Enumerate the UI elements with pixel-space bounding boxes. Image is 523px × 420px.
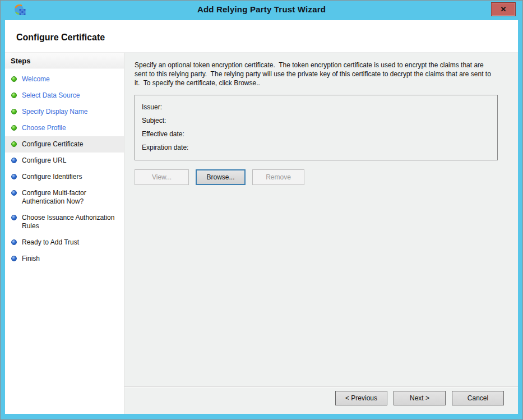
certificate-field: Effective date:	[142, 127, 490, 141]
step-label: Specify Display Name	[22, 108, 87, 116]
pending-step-bullet-icon	[11, 215, 17, 220]
certificate-field-label: Subject:	[142, 117, 166, 124]
step-label: Select Data Source	[22, 91, 80, 100]
steps-header: Steps	[5, 53, 124, 68]
wizard-window: Add Relying Party Trust Wizard ✕ Configu…	[0, 0, 523, 420]
sidebar-step-configure-identifiers: Configure Identifiers	[5, 169, 124, 185]
step-label: Configure Certificate	[22, 140, 83, 149]
sidebar-step-configure-certificate: Configure Certificate	[5, 136, 124, 153]
certificate-info-box: Issuer:Subject:Effective date:Expiration…	[135, 95, 498, 160]
sidebar-step-choose-profile[interactable]: Choose Profile	[5, 120, 124, 136]
completed-step-bullet-icon	[11, 125, 17, 131]
steps-list: WelcomeSelect Data SourceSpecify Display…	[5, 68, 124, 267]
sidebar-step-choose-issuance-authorization-rules: Choose Issuance Authorization Rules	[5, 210, 124, 234]
remove-button[interactable]: Remove	[252, 169, 304, 185]
sidebar-step-finish: Finish	[5, 251, 124, 267]
sidebar-step-configure-multi-factor-authentication-now: Configure Multi-factor Authentication No…	[5, 185, 124, 210]
sidebar-step-ready-to-add-trust: Ready to Add Trust	[5, 234, 124, 251]
wizard-navigation: < Previous Next > Cancel	[335, 391, 504, 405]
certificate-actions: View... Browse... Remove	[135, 169, 498, 185]
page-header: Configure Certificate	[5, 20, 518, 53]
pending-step-bullet-icon	[11, 158, 17, 163]
completed-step-bullet-icon	[11, 141, 17, 147]
cancel-button[interactable]: Cancel	[452, 391, 504, 405]
view-button[interactable]: View...	[135, 169, 189, 185]
pending-step-bullet-icon	[11, 190, 17, 196]
titlebar: Add Relying Party Trust Wizard ✕	[1, 1, 522, 20]
steps-sidebar: Steps WelcomeSelect Data SourceSpecify D…	[5, 53, 124, 414]
step-label: Choose Issuance Authorization Rules	[22, 214, 119, 230]
pending-step-bullet-icon	[11, 174, 17, 179]
certificate-field: Expiration date:	[142, 141, 490, 154]
certificate-field: Subject:	[142, 114, 490, 127]
sidebar-step-welcome[interactable]: Welcome	[5, 71, 124, 87]
step-label: Configure Identifiers	[22, 173, 82, 181]
browse-button[interactable]: Browse...	[196, 169, 246, 185]
page-title: Configure Certificate	[16, 33, 518, 43]
sidebar-step-specify-display-name[interactable]: Specify Display Name	[5, 104, 124, 120]
sidebar-step-configure-url: Configure URL	[5, 153, 124, 169]
step-label: Configure Multi-factor Authentication No…	[22, 189, 119, 206]
completed-step-bullet-icon	[11, 109, 17, 114]
completed-step-bullet-icon	[11, 93, 17, 98]
window-body: Configure Certificate Steps WelcomeSelec…	[5, 20, 518, 414]
window-title: Add Relying Party Trust Wizard	[1, 4, 522, 14]
previous-button[interactable]: < Previous	[335, 391, 387, 405]
step-label: Choose Profile	[22, 124, 66, 132]
close-button[interactable]: ✕	[491, 2, 516, 16]
pending-step-bullet-icon	[11, 256, 17, 261]
completed-step-bullet-icon	[11, 76, 17, 82]
step-label: Ready to Add Trust	[22, 238, 79, 247]
main-pane: Specify an optional token encryption cer…	[124, 53, 518, 414]
step-label: Configure URL	[22, 156, 66, 165]
step-label: Finish	[22, 255, 40, 263]
certificate-field-label: Expiration date:	[142, 144, 188, 151]
pending-step-bullet-icon	[11, 239, 17, 245]
certificate-field-label: Issuer:	[142, 103, 162, 111]
footer-separator	[124, 386, 518, 387]
certificate-field: Issuer:	[142, 100, 490, 114]
certificate-field-label: Effective date:	[142, 130, 184, 138]
sidebar-step-select-data-source[interactable]: Select Data Source	[5, 87, 124, 104]
step-label: Welcome	[22, 75, 50, 84]
next-button[interactable]: Next >	[394, 391, 446, 405]
instruction-text: Specify an optional token encryption cer…	[135, 61, 498, 87]
